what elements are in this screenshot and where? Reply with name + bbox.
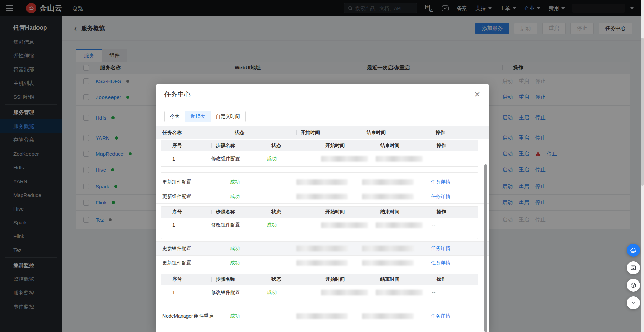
redacted-start-time bbox=[321, 156, 368, 162]
col-step-op: 操作 bbox=[437, 276, 446, 282]
step-row: 1 修改组件配置 成功 -- bbox=[161, 285, 478, 300]
col-operations: 操作 bbox=[436, 130, 445, 135]
task-row: 更新组件配置 成功 任务详情 bbox=[156, 256, 489, 270]
step-table: 序号 步骤名称 状态 开始时间 结束时间 操作 1 修改组件配置 成功 -- bbox=[161, 140, 478, 173]
task-detail-link[interactable]: 任务详情 bbox=[431, 313, 450, 319]
assistant-button[interactable] bbox=[627, 244, 640, 257]
step-row: 1 修改组件配置 成功 -- bbox=[161, 218, 478, 233]
redacted-end-time bbox=[362, 194, 414, 199]
tab-custom-range[interactable]: 自定义时间 bbox=[211, 111, 246, 122]
step-row: 1 修改组件配置 成功 -- bbox=[161, 151, 478, 167]
modal-header: 任务中心 ✕ bbox=[156, 84, 489, 105]
page-scrollbar-thumb[interactable] bbox=[641, 38, 644, 186]
step-index: 1 bbox=[172, 156, 211, 162]
col-step-end: 结束时间 bbox=[380, 143, 399, 148]
step-status: 成功 bbox=[267, 222, 321, 228]
redacted-end-time bbox=[376, 222, 423, 228]
redacted-end-time bbox=[362, 179, 414, 185]
step-table-header: 序号 步骤名称 状态 开始时间 结束时间 操作 bbox=[161, 207, 478, 218]
redacted-end-time bbox=[362, 246, 414, 251]
redacted-end-time bbox=[376, 156, 423, 162]
col-step-start: 开始时间 bbox=[325, 209, 345, 214]
task-detail-link[interactable]: 任务详情 bbox=[431, 260, 450, 265]
redacted-start-time bbox=[296, 179, 348, 185]
col-end-time: 结束时间 bbox=[366, 130, 386, 135]
task-name: NodeManager 组件重启 bbox=[162, 313, 230, 319]
tab-last-15-days[interactable]: 近15天 bbox=[185, 111, 211, 122]
col-task-name: 任务名称 bbox=[162, 130, 182, 135]
step-name: 修改组件配置 bbox=[211, 222, 267, 228]
redacted-start-time bbox=[296, 194, 348, 199]
redacted-start-time bbox=[296, 246, 348, 251]
col-step-end: 结束时间 bbox=[380, 209, 399, 214]
task-status: 成功 bbox=[230, 260, 296, 266]
task-list-scroll-area[interactable]: 序号 步骤名称 状态 开始时间 结束时间 操作 1 修改组件配置 成功 -- 更… bbox=[156, 139, 489, 332]
modal-title: 任务中心 bbox=[164, 90, 191, 99]
col-step-status: 状态 bbox=[271, 143, 281, 148]
redacted-start-time bbox=[321, 222, 368, 228]
task-name: 更新组件配置 bbox=[162, 245, 230, 252]
col-step-start: 开始时间 bbox=[325, 276, 345, 282]
cube-icon bbox=[630, 282, 637, 289]
step-name: 修改组件配置 bbox=[211, 156, 267, 162]
close-icon[interactable]: ✕ bbox=[474, 91, 480, 98]
inbox-icon bbox=[630, 264, 637, 271]
col-step-name: 步骤名称 bbox=[216, 209, 235, 214]
redacted-end-time bbox=[362, 313, 414, 319]
date-range-tabs: 今天 近15天 自定义时间 bbox=[164, 111, 489, 122]
col-step-op: 操作 bbox=[437, 209, 446, 214]
task-table-header: 任务名称 状态 开始时间 结束时间 操作 bbox=[156, 126, 489, 139]
col-step-index: 序号 bbox=[172, 143, 182, 148]
task-detail-link[interactable]: 任务详情 bbox=[431, 179, 450, 185]
task-status: 成功 bbox=[230, 245, 296, 252]
step-name: 修改组件配置 bbox=[211, 289, 267, 296]
redacted-end-time bbox=[376, 290, 423, 295]
task-detail-link[interactable]: 任务详情 bbox=[431, 193, 450, 199]
step-table-header: 序号 步骤名称 状态 开始时间 结束时间 操作 bbox=[161, 274, 478, 285]
col-step-index: 序号 bbox=[172, 209, 182, 214]
step-status: 成功 bbox=[267, 289, 321, 296]
task-row: NodeManager 组件重启 成功 任务详情 bbox=[156, 309, 489, 323]
floating-action-stack bbox=[627, 244, 640, 309]
col-step-name: 步骤名称 bbox=[216, 276, 235, 282]
resources-button[interactable] bbox=[627, 279, 640, 292]
step-table: 序号 步骤名称 状态 开始时间 结束时间 操作 1 修改组件配置 成功 -- bbox=[161, 206, 478, 239]
modal-scrollbar-thumb[interactable] bbox=[484, 164, 487, 332]
col-status: 状态 bbox=[235, 130, 244, 135]
col-step-name: 步骤名称 bbox=[216, 143, 235, 148]
col-start-time: 开始时间 bbox=[301, 130, 320, 135]
page-scrollbar[interactable] bbox=[641, 0, 644, 332]
collapse-stack-button[interactable] bbox=[627, 296, 640, 309]
task-status: 成功 bbox=[230, 313, 296, 319]
step-operation: -- bbox=[432, 222, 478, 228]
col-step-status: 状态 bbox=[271, 276, 281, 282]
task-row: 更新组件配置 成功 任务详情 bbox=[156, 189, 489, 204]
redacted-start-time bbox=[321, 290, 368, 295]
feedback-button[interactable] bbox=[627, 261, 640, 274]
task-row: 更新组件配置 成功 任务详情 bbox=[156, 241, 489, 256]
step-table: 序号 步骤名称 状态 开始时间 结束时间 操作 1 修改组件配置 成功 -- bbox=[161, 274, 478, 306]
col-step-start: 开始时间 bbox=[325, 143, 345, 148]
step-status: 成功 bbox=[267, 156, 321, 162]
task-status: 成功 bbox=[230, 193, 296, 200]
col-step-index: 序号 bbox=[172, 276, 182, 282]
task-name: 更新组件配置 bbox=[162, 260, 230, 266]
task-name: 更新组件配置 bbox=[162, 179, 230, 185]
step-operation: -- bbox=[432, 156, 478, 162]
task-status: 成功 bbox=[230, 179, 296, 185]
step-index: 1 bbox=[172, 290, 211, 295]
redacted-end-time bbox=[362, 260, 414, 266]
col-step-status: 状态 bbox=[271, 209, 281, 214]
task-row: 更新组件配置 成功 任务详情 bbox=[156, 175, 489, 189]
task-name: 更新组件配置 bbox=[162, 193, 230, 200]
step-table-header: 序号 步骤名称 状态 开始时间 结束时间 操作 bbox=[161, 140, 478, 151]
redacted-start-time bbox=[296, 260, 348, 266]
col-step-op: 操作 bbox=[437, 143, 446, 148]
redacted-start-time bbox=[296, 313, 348, 319]
step-index: 1 bbox=[172, 222, 211, 228]
task-center-modal: 任务中心 ✕ 今天 近15天 自定义时间 任务名称 状态 开始时间 结束时间 操… bbox=[156, 84, 489, 332]
col-step-end: 结束时间 bbox=[380, 276, 399, 282]
cloud-mascot-icon bbox=[630, 246, 637, 254]
task-detail-link[interactable]: 任务详情 bbox=[431, 245, 450, 251]
tab-today[interactable]: 今天 bbox=[164, 111, 185, 122]
